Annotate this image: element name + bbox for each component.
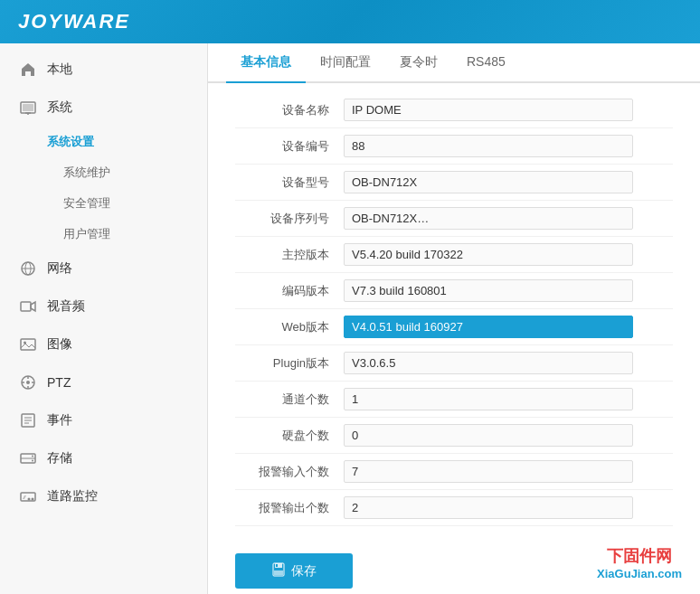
sidebar-label-road: 道路监控: [47, 488, 98, 504]
form-label: 报警输出个数: [235, 500, 344, 516]
form-label: 通道个数: [235, 391, 344, 408]
sidebar-item-security[interactable]: 安全管理: [0, 188, 207, 219]
form-label: 报警输入个数: [235, 464, 344, 480]
sidebar-item-event[interactable]: 事件: [0, 401, 207, 439]
image-icon: [18, 335, 38, 354]
form-row: Web版本: [235, 309, 673, 345]
sidebar-item-road[interactable]: 道路监控: [0, 477, 207, 515]
svg-point-23: [32, 460, 33, 462]
form-label: 设备型号: [235, 174, 344, 191]
tabs-bar: 基本信息 时间配置 夏令时 RS485: [208, 43, 700, 83]
basic-info-form: 设备名称设备编号设备型号设备序列号主控版本编码版本Web版本Plugin版本通道…: [208, 83, 700, 535]
form-row: 报警输入个数: [235, 454, 673, 490]
svg-rect-8: [21, 339, 35, 350]
svg-rect-29: [274, 570, 283, 575]
form-label: 设备编号: [235, 138, 344, 155]
tab-dst[interactable]: 夏令时: [385, 43, 452, 83]
tab-time[interactable]: 时间配置: [306, 43, 385, 83]
form-value[interactable]: [344, 135, 633, 157]
form-value[interactable]: [344, 352, 633, 374]
form-value[interactable]: [344, 388, 633, 410]
tab-basic[interactable]: 基本信息: [226, 43, 306, 83]
form-row: 通道个数: [235, 382, 673, 418]
sidebar-item-ptz[interactable]: PTZ: [0, 363, 207, 401]
form-value[interactable]: [344, 460, 633, 483]
network-icon: [18, 259, 38, 278]
ptz-icon: [18, 372, 38, 392]
svg-point-26: [28, 498, 31, 501]
sidebar-item-system-settings[interactable]: 系统设置: [0, 127, 207, 157]
road-icon: [18, 486, 38, 506]
sidebar-item-local[interactable]: 本地: [0, 51, 207, 89]
sidebar-item-video[interactable]: 视音频: [0, 288, 207, 325]
save-button[interactable]: 保存: [235, 553, 353, 589]
app-logo: JOYWARE: [18, 10, 130, 33]
main-content: 基本信息 时间配置 夏令时 RS485 设备名称设备编号设备型号设备序列号主控版…: [208, 43, 700, 594]
system-icon: [18, 98, 38, 118]
sidebar-label-video: 视音频: [47, 298, 85, 315]
form-label: 编码版本: [235, 283, 344, 299]
form-label: 设备序列号: [235, 211, 344, 227]
storage-icon: [18, 448, 38, 468]
sidebar-label-security: 安全管理: [63, 196, 110, 210]
form-value[interactable]: [344, 316, 633, 338]
home-icon: [18, 60, 38, 80]
sidebar-item-system[interactable]: 系统: [0, 89, 207, 127]
event-icon: [18, 410, 38, 430]
sidebar-label-user: 用户管理: [63, 227, 110, 240]
video-icon: [18, 297, 38, 316]
save-icon: [271, 562, 286, 580]
form-row: 设备名称: [235, 92, 673, 128]
svg-point-25: [32, 498, 34, 501]
main-layout: 本地 系统 系统设置 系统维护 安全管理 用户管理: [0, 43, 700, 594]
form-label: 硬盘个数: [235, 428, 344, 444]
sidebar-label-local: 本地: [47, 61, 72, 78]
form-value[interactable]: [344, 207, 633, 230]
tab-rs485[interactable]: RS485: [452, 43, 520, 83]
form-label: 设备名称: [235, 102, 344, 118]
sidebar-label-event: 事件: [47, 412, 72, 429]
svg-rect-30: [276, 564, 278, 567]
sidebar: 本地 系统 系统设置 系统维护 安全管理 用户管理: [0, 43, 208, 594]
form-value[interactable]: [344, 243, 633, 266]
form-row: 主控版本: [235, 237, 673, 273]
sidebar-item-user[interactable]: 用户管理: [0, 219, 207, 250]
form-row: 报警输出个数: [235, 490, 673, 526]
sidebar-label-storage: 存储: [47, 450, 72, 467]
svg-point-11: [26, 381, 30, 384]
form-row: Plugin版本: [235, 345, 673, 382]
form-value[interactable]: [344, 99, 633, 121]
sidebar-label-system-maintenance: 系统维护: [63, 165, 110, 179]
form-value[interactable]: [344, 424, 633, 447]
sidebar-item-network[interactable]: 网络: [0, 250, 207, 288]
form-value[interactable]: [344, 279, 633, 302]
sidebar-item-system-maintenance[interactable]: 系统维护: [0, 157, 207, 188]
form-label: 主控版本: [235, 247, 344, 263]
form-value[interactable]: [344, 171, 633, 193]
sidebar-item-storage[interactable]: 存储: [0, 439, 207, 477]
button-area: 保存: [208, 535, 700, 594]
sidebar-label-system: 系统: [47, 99, 72, 116]
svg-rect-7: [21, 302, 31, 311]
form-value[interactable]: [344, 496, 633, 519]
sidebar-label-system-settings: 系统设置: [47, 135, 94, 148]
form-row: 设备序列号: [235, 201, 673, 237]
save-label: 保存: [291, 563, 317, 580]
svg-point-22: [32, 456, 33, 457]
app-header: JOYWARE: [0, 0, 700, 43]
form-row: 编码版本: [235, 273, 673, 309]
form-label: Plugin版本: [235, 355, 344, 372]
sidebar-label-ptz: PTZ: [47, 375, 71, 390]
sidebar-label-network: 网络: [47, 260, 72, 277]
form-row: 设备型号: [235, 165, 673, 201]
svg-rect-1: [23, 104, 33, 111]
form-row: 设备编号: [235, 128, 673, 165]
form-label: Web版本: [235, 319, 344, 335]
sidebar-item-image[interactable]: 图像: [0, 325, 207, 363]
form-row: 硬盘个数: [235, 418, 673, 454]
sidebar-label-image: 图像: [47, 336, 72, 353]
